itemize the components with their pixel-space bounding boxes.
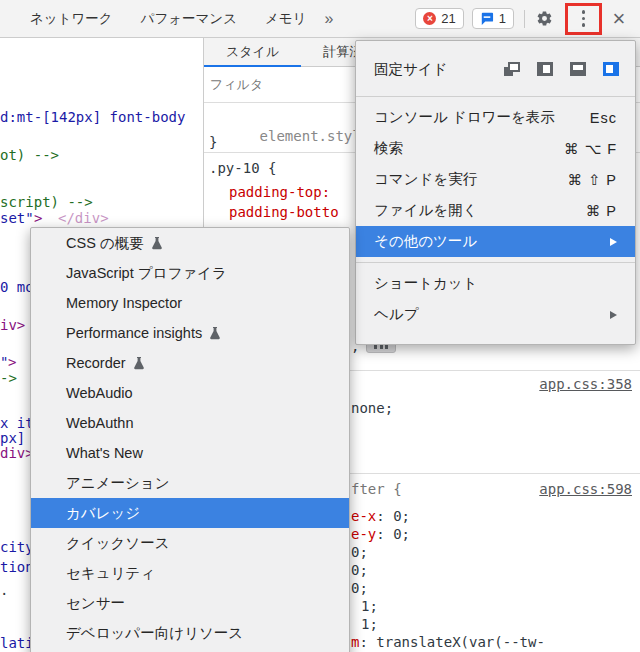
- message-count-badge[interactable]: 1: [472, 8, 514, 29]
- code-fragment[interactable]: 0 mo: [0, 280, 34, 295]
- dock-right-icon[interactable]: [603, 62, 619, 76]
- menu-item-label: ショートカット: [374, 274, 478, 293]
- submenu-item-label: カバレッジ: [66, 504, 140, 523]
- submenu-item-label: WebAuthn: [66, 415, 133, 431]
- gear-icon: [536, 10, 553, 27]
- submenu-item-label: Recorder: [66, 355, 126, 371]
- submenu-item-webaudio[interactable]: WebAudio: [31, 378, 349, 408]
- css-declaration[interactable]: 1;: [361, 616, 378, 632]
- submenu-item-recorder[interactable]: Recorder: [31, 348, 349, 378]
- toolbar-divider: [524, 10, 525, 28]
- undock-icon[interactable]: [504, 62, 520, 76]
- toolbar-right-group: × 21 1 ×: [415, 3, 628, 35]
- submenu-item-label: クイックソース: [66, 534, 170, 553]
- devtools-toolbar: ネットワーク パフォーマンス メモリ » × 21 1 ×: [0, 0, 640, 38]
- menu-item-search[interactable]: 検索 ⌘ ⌥ F: [356, 133, 635, 164]
- code-fragment[interactable]: iv>: [0, 318, 25, 333]
- dock-bottom-icon[interactable]: [570, 62, 586, 76]
- error-count-badge[interactable]: × 21: [415, 8, 463, 29]
- message-icon: [480, 12, 494, 25]
- tab-performance[interactable]: パフォーマンス: [127, 0, 251, 37]
- submenu-item-label: デベロッパー向けリソース: [66, 624, 243, 643]
- submenu-item-label: Memory Inspector: [66, 295, 182, 311]
- property-name: e-y: [351, 526, 376, 542]
- submenu-item-performance-insights[interactable]: Performance insights: [31, 318, 349, 348]
- menu-item-label: ファイルを開く: [374, 201, 478, 220]
- code-fragment[interactable]: set": [0, 211, 34, 226]
- code-fragment: </div>: [58, 211, 109, 226]
- css-property[interactable]: padding-botto: [229, 204, 339, 220]
- submenu-item-security[interactable]: セキュリティ: [31, 558, 349, 588]
- menu-item-shortcuts[interactable]: ショートカット: [356, 268, 635, 299]
- settings-button[interactable]: [535, 5, 553, 33]
- css-declaration[interactable]: 0;: [351, 562, 368, 578]
- dock-side-options: [504, 62, 619, 76]
- submenu-item-label: Performance insights: [66, 325, 202, 341]
- menu-item-label: 検索: [374, 139, 403, 158]
- message-count: 1: [499, 11, 506, 26]
- menu-item-label: コマンドを実行: [374, 170, 477, 189]
- py10-selector[interactable]: .py-10 {: [209, 160, 276, 176]
- menu-shortcut: Esc: [590, 110, 617, 126]
- submenu-item-coverage[interactable]: カバレッジ: [31, 498, 349, 528]
- kebab-menu-button[interactable]: [582, 10, 586, 27]
- code-fragment[interactable]: px]: [0, 431, 25, 446]
- code-fragment: >: [8, 355, 16, 370]
- submenu-item-label: What's New: [66, 445, 143, 461]
- menu-item-run-command[interactable]: コマンドを実行 ⌘ ⇧ P: [356, 164, 635, 195]
- css-declaration[interactable]: 1;: [361, 598, 378, 614]
- property-value: : translateX(var(--tw-: [359, 634, 544, 650]
- code-fragment[interactable]: d:mt-[142px] font-body: [0, 110, 185, 125]
- css-property[interactable]: padding-top:: [229, 184, 330, 200]
- dock-side-label: 固定サイド: [374, 60, 448, 79]
- error-count: 21: [441, 11, 455, 26]
- submenu-item-developer-resources[interactable]: デベロッパー向けリソース: [31, 618, 349, 648]
- css-declaration[interactable]: e-x: 0;: [351, 508, 410, 524]
- close-icon: ×: [613, 5, 626, 33]
- code-fragment[interactable]: script) -->: [0, 195, 93, 210]
- selector-fragment[interactable]: fter {: [351, 481, 402, 497]
- code-fragment[interactable]: ot) -->: [0, 148, 59, 163]
- submenu-item-animations[interactable]: アニメーション: [31, 468, 349, 498]
- submenu-item-js-profiler[interactable]: JavaScript プロファイラ: [31, 258, 349, 288]
- menu-separator: [356, 96, 635, 97]
- code-fragment[interactable]: div>: [0, 446, 34, 461]
- css-declaration[interactable]: 0;: [351, 580, 368, 596]
- more-tabs-icon[interactable]: »: [324, 10, 333, 28]
- submenu-item-whats-new[interactable]: What's New: [31, 438, 349, 468]
- css-source-link[interactable]: app.css:598: [539, 481, 632, 497]
- css-source-link[interactable]: app.css:358: [539, 376, 632, 392]
- tab-styles[interactable]: スタイル: [204, 38, 301, 66]
- menu-item-show-console-drawer[interactable]: コンソール ドロワーを表示 Esc: [356, 102, 635, 133]
- css-declaration[interactable]: e-y: 0;: [351, 526, 410, 542]
- css-value-fragment[interactable]: none;: [351, 400, 393, 416]
- menu-item-more-tools[interactable]: その他のツール: [356, 226, 635, 257]
- property-value: : 0;: [376, 526, 410, 542]
- code-fragment: .: [0, 583, 8, 598]
- menu-item-help[interactable]: ヘルプ: [356, 299, 635, 330]
- menu-separator: [356, 262, 635, 263]
- close-devtools-button[interactable]: ×: [610, 5, 628, 33]
- css-declaration[interactable]: 0;: [351, 544, 368, 560]
- css-declaration[interactable]: m: translateX(var(--tw-: [351, 634, 545, 650]
- submenu-item-memory-inspector[interactable]: Memory Inspector: [31, 288, 349, 318]
- element-style-close: }: [209, 134, 217, 150]
- submenu-item-css-overview[interactable]: CSS の概要: [31, 228, 349, 258]
- submenu-item-label: JavaScript プロファイラ: [66, 264, 227, 283]
- submenu-item-label: CSS の概要: [66, 234, 144, 253]
- code-fragment[interactable]: city: [0, 540, 34, 555]
- submenu-item-quick-source[interactable]: クイックソース: [31, 528, 349, 558]
- tab-network[interactable]: ネットワーク: [16, 0, 127, 37]
- error-icon: ×: [423, 12, 436, 25]
- kebab-menu-icon: [582, 10, 586, 14]
- menu-item-open-file[interactable]: ファイルを開く ⌘ P: [356, 195, 635, 226]
- submenu-item-label: セキュリティ: [66, 564, 155, 583]
- dock-left-icon[interactable]: [537, 62, 553, 76]
- submenu-item-label: WebAudio: [66, 385, 133, 401]
- submenu-item-sensors[interactable]: センサー: [31, 588, 349, 618]
- submenu-item-webauthn[interactable]: WebAuthn: [31, 408, 349, 438]
- menu-shortcut: ⌘ ⌥ F: [564, 141, 617, 157]
- menu-item-label: ヘルプ: [374, 305, 419, 324]
- code-fragment[interactable]: x it: [0, 416, 34, 431]
- tab-memory[interactable]: メモリ: [251, 0, 320, 37]
